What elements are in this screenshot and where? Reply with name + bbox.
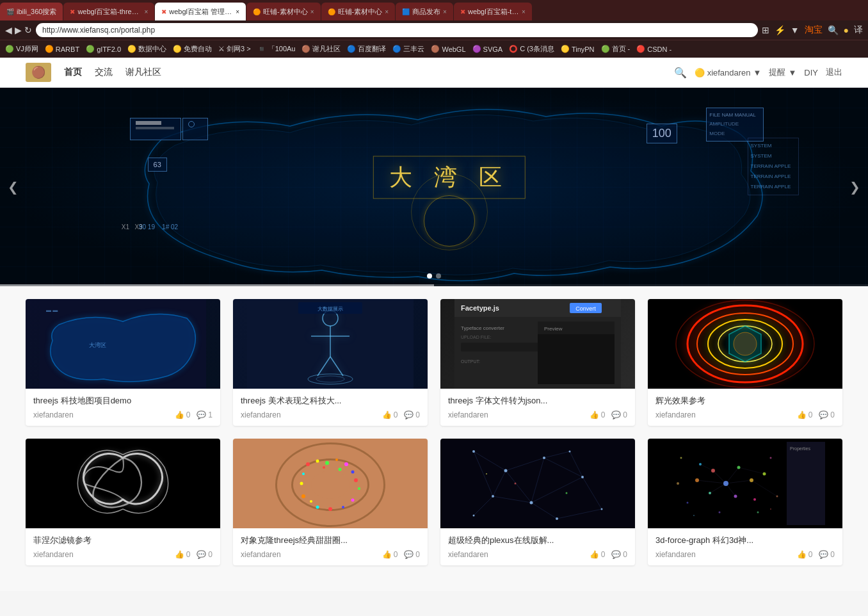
tab-close-webgl3[interactable]: ×: [519, 8, 526, 15]
tab-close-product[interactable]: ×: [440, 8, 447, 15]
card-8[interactable]: Properties: [648, 439, 842, 565]
svg-point-50: [351, 499, 355, 502]
card-7-thumb: [440, 439, 635, 528]
bookmark-baidu[interactable]: 🔵 百度翻译: [347, 44, 386, 54]
card-1[interactable]: ▬ ▬ 大湾区 threejs 科技地图项目demo xiefandaren 👍…: [26, 299, 220, 426]
card-1-body: threejs 科技地图项目demo xiefandaren 👍 0 💬 1: [26, 389, 220, 426]
bookmark-label-100au: 「100Au: [268, 44, 296, 54]
bookmark-home[interactable]: 🟢 首页 -: [601, 44, 631, 54]
header-search-icon[interactable]: 🔍: [674, 67, 687, 79]
card-6[interactable]: 对象克隆threejs经典甜甜圈... xiefandaren 👍 0 💬 0: [233, 439, 428, 565]
tab-bili[interactable]: 🎬 ibili_360搜索: [0, 3, 63, 20]
card-8-title: 3d-force-graph 科幻3d神...: [655, 535, 835, 546]
tab-close-webgl1[interactable]: ×: [141, 8, 148, 15]
card-2-body: threejs 美术表现之科技大... xiefandaren 👍 0 💬 0: [233, 389, 428, 426]
tab-close-mart2[interactable]: ×: [382, 8, 389, 15]
card-1-likes: 👍 0: [175, 410, 191, 419]
logo-image: 🟤: [26, 63, 51, 82]
card-2[interactable]: 大数据展示 threejs 美术表现之科技大... xiefandaren 👍 …: [233, 299, 428, 426]
tab-webgl3[interactable]: ✖ webgl百宝箱-threejs, we... ×: [454, 3, 532, 20]
address-actions: ⊞ ⚡ ▼ 淘宝 🔍 ● 译: [762, 24, 863, 36]
bookmark-sword[interactable]: ⚔ 剑网3 >: [218, 44, 251, 54]
svg-text:Facetype.js: Facetype.js: [461, 304, 499, 312]
grid-icon[interactable]: ⊞: [762, 25, 769, 35]
svg-rect-58: [454, 439, 621, 528]
card-3-thumb: Facetype.js Convert Typeface converter U…: [440, 299, 635, 389]
bookmark-3fy[interactable]: 🔵 三丰云: [392, 44, 424, 54]
bookmark-data[interactable]: 🟡 数据中心: [127, 44, 166, 54]
lightning-icon[interactable]: ⚡: [775, 25, 785, 35]
hero-next-arrow[interactable]: ❯: [849, 179, 860, 195]
reminder-menu[interactable]: 提醒 ▼: [769, 67, 796, 78]
hero-dot-2[interactable]: [436, 273, 441, 279]
card-4[interactable]: 辉光效果参考 xiefandaren 👍 0 💬 0: [648, 299, 842, 426]
bookmark-rarbt[interactable]: 🟠 RARBT: [45, 45, 79, 53]
hero-prev-arrow[interactable]: ❮: [8, 179, 19, 195]
nav-exchange[interactable]: 交流: [95, 67, 113, 78]
comment-icon-3: 💬: [611, 410, 621, 419]
bookmark-label-csdn: CSDN -: [647, 45, 671, 53]
logout-link[interactable]: 退出: [826, 67, 842, 78]
bookmark-label-3fy: 三丰云: [403, 44, 424, 54]
card-1-comments-count: 1: [208, 410, 213, 419]
user-menu[interactable]: 🟡 xiefandaren ▼: [695, 68, 762, 77]
card-7[interactable]: 超级经典的plexus在线版解... xiefandaren 👍 0 💬 0: [440, 439, 635, 565]
svg-point-78: [601, 508, 603, 510]
card-2-comments: 💬 0: [404, 410, 420, 419]
bookmark-100au[interactable]: ◾ 「100Au: [257, 44, 296, 54]
svg-point-55: [323, 466, 325, 469]
refresh-button[interactable]: ↻: [24, 25, 32, 35]
svg-text:Preview: Preview: [544, 326, 563, 332]
card-6-likes: 👍 0: [382, 550, 398, 559]
bookmark-webgl[interactable]: 🟤 WebGL: [431, 45, 465, 53]
card-1-likes-count: 0: [186, 410, 191, 419]
svg-point-79: [492, 495, 494, 498]
nav-community[interactable]: 谢凡社区: [125, 67, 161, 78]
back-button[interactable]: ◀: [5, 25, 12, 35]
bookmark-c3[interactable]: ⭕ C (3条消息: [509, 44, 554, 54]
coin-icon[interactable]: ●: [844, 25, 849, 35]
bookmark-free[interactable]: 🟡 免费自动: [173, 44, 212, 54]
bookmark-label-webgl: WebGL: [442, 45, 465, 53]
forward-button[interactable]: ▶: [15, 25, 22, 35]
tab-favicon-mart1: 🟠: [253, 8, 261, 15]
tab-mart2[interactable]: 🟠 旺铺-素材中心 ×: [321, 3, 396, 20]
nav-home[interactable]: 首页: [64, 67, 82, 78]
search-button[interactable]: 🔍: [828, 25, 839, 35]
tab-product[interactable]: 🟦 商品发布 ×: [396, 3, 453, 20]
tab-close-webgl2[interactable]: ×: [233, 8, 239, 15]
card-7-comments-count: 0: [623, 550, 627, 559]
diy-link[interactable]: DIY: [804, 68, 818, 77]
card-8-thumb: Properties: [648, 439, 842, 528]
bookmark-csdn[interactable]: 🔴 CSDN -: [636, 45, 671, 53]
bookmark-gltf[interactable]: 🟢 gITF2.0: [86, 45, 121, 53]
svg-point-40: [316, 460, 319, 463]
bookmark-xiefan[interactable]: 🟤 谢凡社区: [301, 44, 341, 54]
svg-point-75: [504, 469, 508, 473]
card-7-stats: 👍 0 💬 0: [590, 550, 627, 559]
card-2-likes: 👍 0: [382, 410, 398, 419]
taobao-icon[interactable]: 淘宝: [805, 24, 823, 36]
bookmark-svga[interactable]: 🟣 SVGA: [472, 45, 503, 53]
site-logo[interactable]: 🟤: [26, 63, 51, 82]
svg-point-39: [306, 462, 310, 466]
tab-webgl2[interactable]: ✖ webgl百宝箱 管理中心 - i... ×: [155, 3, 246, 20]
bookmark-tiny[interactable]: 🟡 TinyPN: [561, 45, 595, 53]
bookmark-label-rarbt: RARBT: [56, 45, 79, 53]
card-3-stats: 👍 0 💬 0: [590, 410, 627, 419]
tab-mart1[interactable]: 🟠 旺铺-素材中心 ×: [246, 3, 321, 20]
settings-dropdown[interactable]: ▼: [791, 25, 800, 35]
url-input[interactable]: http://www.xiefansq.cn/portal.php: [36, 23, 758, 37]
tab-close-mart1[interactable]: ×: [308, 8, 314, 15]
tab-webgl1[interactable]: ✖ webgl百宝箱-threejs, we... ×: [63, 3, 154, 20]
card-3[interactable]: Facetype.js Convert Typeface converter U…: [440, 299, 635, 426]
translate-icon[interactable]: 译: [854, 24, 863, 36]
card-8-comments-count: 0: [830, 550, 835, 559]
bookmark-vj[interactable]: 🟢 VJ师网: [5, 44, 38, 54]
card-5[interactable]: 菲涅尔滤镜参考 xiefandaren 👍 0 💬 0: [26, 439, 220, 565]
hero-dot-1[interactable]: [427, 273, 432, 279]
reminder-dropdown-icon: ▼: [788, 68, 796, 77]
content-grid: ▬ ▬ 大湾区 threejs 科技地图项目demo xiefandaren 👍…: [0, 286, 868, 591]
card-2-likes-count: 0: [394, 410, 398, 419]
card-8-likes: 👍 0: [797, 550, 813, 559]
